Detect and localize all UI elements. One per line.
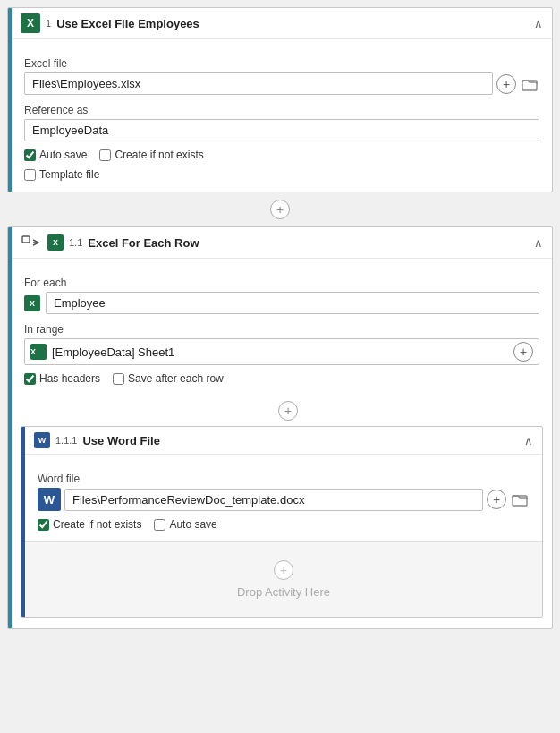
- in-range-group: In range X [EmployeeData] Sheet1 +: [24, 323, 539, 365]
- word-file-input-row: W +: [38, 488, 530, 511]
- autosave-label: Auto save: [39, 149, 87, 161]
- has-headers-label: Has headers: [39, 372, 100, 385]
- foreach-icon: [21, 233, 40, 252]
- svg-rect-1: [22, 236, 30, 243]
- excel-file-label: Excel file: [24, 57, 539, 70]
- excel-file-folder-btn[interactable]: [520, 74, 539, 94]
- create-not-exists-label: Create if not exists: [115, 149, 203, 161]
- excel-icon: X: [21, 13, 40, 33]
- drop-area: + Drop Activity Here: [25, 541, 542, 617]
- save-after-row-checkbox-item[interactable]: Save after each row: [113, 372, 224, 385]
- block3-title: Use Word File: [82, 434, 519, 447]
- word-icon-large: W: [38, 488, 61, 511]
- headers-row: Has headers Save after each row: [24, 372, 539, 385]
- in-range-value: [EmployeeData] Sheet1: [52, 345, 277, 359]
- block2-collapse-btn[interactable]: ∧: [534, 236, 543, 250]
- excel-file-input-row: +: [24, 72, 539, 95]
- for-each-label: For each: [24, 277, 539, 289]
- block1-body: Excel file + Reference as: [12, 39, 552, 192]
- excel-icon-small: X: [47, 234, 64, 251]
- reference-group: Reference as: [24, 104, 539, 141]
- word-icon-small: W: [34, 432, 50, 448]
- create-not-exists-checkbox-item[interactable]: Create if not exists: [99, 149, 203, 161]
- word-autosave-label: Auto save: [169, 518, 216, 531]
- template-file-checkbox-item[interactable]: Template file: [24, 168, 99, 181]
- word-file-group: Word file W +: [38, 473, 530, 511]
- has-headers-checkbox-item[interactable]: Has headers: [24, 372, 100, 385]
- left-accent-blue-2: [8, 227, 12, 628]
- word-file-folder-btn[interactable]: [510, 490, 530, 509]
- for-each-input[interactable]: [46, 292, 539, 314]
- word-file-label: Word file: [38, 473, 530, 485]
- word-create-not-exists-item[interactable]: Create if not exists: [38, 518, 141, 531]
- template-file-checkbox[interactable]: [24, 169, 36, 181]
- excel-file-group: Excel file +: [24, 57, 539, 95]
- save-after-row-checkbox[interactable]: [113, 373, 124, 385]
- drop-area-text: Drop Activity Here: [237, 585, 330, 599]
- has-headers-checkbox[interactable]: [24, 373, 36, 385]
- block-excel-for-each: X 1.1 Excel For Each Row ∧ For each X: [7, 226, 553, 629]
- excel-file-add-btn[interactable]: +: [496, 74, 516, 94]
- add-between-1: +: [0, 192, 560, 226]
- left-accent-blue: [8, 8, 12, 192]
- block1-collapse-btn[interactable]: ∧: [534, 17, 543, 30]
- block2-number: 1.1: [69, 237, 82, 248]
- block-use-excel-file: X 1 Use Excel File Employees ∧ Excel fil…: [7, 7, 553, 192]
- in-range-input-row: X [EmployeeData] Sheet1 +: [24, 338, 539, 365]
- autosave-checkbox-item[interactable]: Auto save: [24, 149, 87, 161]
- reference-label: Reference as: [24, 104, 539, 116]
- for-each-excel-icon: X: [24, 295, 40, 311]
- word-autosave-item[interactable]: Auto save: [154, 518, 216, 531]
- block2-title: Excel For Each Row: [88, 236, 529, 250]
- in-range-label: In range: [24, 323, 539, 336]
- save-after-row-label: Save after each row: [128, 372, 224, 385]
- word-left-accent: [21, 427, 25, 617]
- word-autosave-checkbox[interactable]: [154, 519, 165, 531]
- template-row: Template file: [24, 168, 539, 181]
- in-range-add-btn[interactable]: +: [513, 342, 533, 362]
- drop-area-add-btn[interactable]: +: [274, 560, 293, 580]
- add-between-btn-2[interactable]: +: [278, 401, 298, 421]
- add-between-btn-1[interactable]: +: [270, 200, 290, 219]
- autosave-checkbox[interactable]: [24, 149, 36, 161]
- block2-body: For each X In range X [E: [12, 259, 552, 396]
- in-range-excel-icon: X: [30, 344, 47, 360]
- word-file-add-btn[interactable]: +: [487, 490, 506, 509]
- create-not-exists-checkbox[interactable]: [99, 149, 111, 161]
- block3-header: W 1.1.1 Use Word File ∧: [25, 427, 542, 455]
- for-each-group: For each X: [24, 277, 539, 314]
- word-create-not-exists-label: Create if not exists: [53, 518, 141, 531]
- word-file-input[interactable]: [64, 489, 483, 511]
- word-create-not-exists-checkbox[interactable]: [38, 519, 49, 531]
- block3-body: Word file W +: [25, 455, 542, 541]
- block3-collapse-btn[interactable]: ∧: [524, 434, 533, 447]
- block1-number: 1: [46, 18, 51, 29]
- add-between-2: +: [12, 396, 552, 426]
- autosave-row: Auto save Create if not exists: [24, 149, 539, 161]
- excel-file-input[interactable]: [24, 72, 493, 95]
- reference-input[interactable]: [24, 119, 539, 141]
- word-options-row: Create if not exists Auto save: [38, 518, 530, 531]
- block1-title: Use Excel File Employees: [56, 17, 529, 30]
- block3-number: 1.1.1: [55, 435, 77, 446]
- block1-header: X 1 Use Excel File Employees ∧: [12, 8, 552, 39]
- block-use-word-file: W 1.1.1 Use Word File ∧ Word file W: [21, 426, 543, 618]
- template-file-label: Template file: [39, 168, 99, 181]
- block2-header: X 1.1 Excel For Each Row ∧: [12, 227, 552, 259]
